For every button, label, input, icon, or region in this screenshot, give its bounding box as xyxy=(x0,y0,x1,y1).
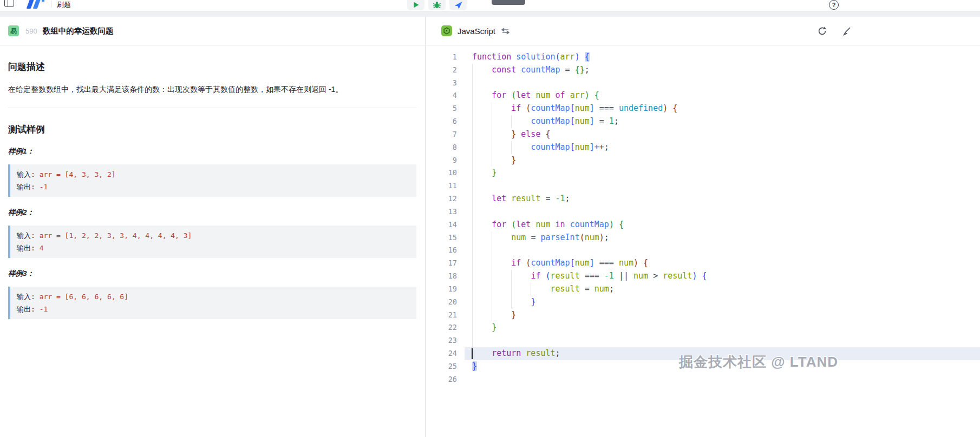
app-logo[interactable] xyxy=(26,0,44,9)
line-content: } xyxy=(465,321,980,334)
line-content: if (result === -1 || num > result) { xyxy=(465,270,980,283)
problem-description: 在给定整数数组中，找出最大满足该条件的数：出现次数等于其数值的整数，如果不存在则… xyxy=(8,83,416,96)
sample-block-1: 输入: arr = [4, 3, 3, 2]输出: -1 xyxy=(8,164,416,197)
code-line-3[interactable]: 3 xyxy=(426,77,980,90)
toolbar: 刷题 xyxy=(0,0,980,12)
line-number: 15 xyxy=(426,231,465,244)
code-line-5[interactable]: 5 if (countMap[num] === undefined) { xyxy=(426,102,980,115)
line-content: } xyxy=(465,154,980,167)
sample-row: 输出: -1 xyxy=(17,181,410,193)
code-line-2[interactable]: 2 const countMap = {}; xyxy=(426,64,980,77)
line-number: 1 xyxy=(426,51,465,64)
line-content: const countMap = {}; xyxy=(465,64,980,77)
code-line-15[interactable]: 15 num = parseInt(num); xyxy=(426,231,980,244)
line-number: 26 xyxy=(426,373,465,386)
line-number: 22 xyxy=(426,321,465,334)
line-content: for (let num in countMap) { xyxy=(465,219,980,231)
code-line-23[interactable]: 23 xyxy=(426,334,980,347)
line-content xyxy=(465,180,980,193)
toolbar-divider xyxy=(51,1,51,8)
code-line-8[interactable]: 8 countMap[num]++; xyxy=(426,141,980,154)
submit-button[interactable] xyxy=(449,0,467,10)
sample-block-2: 输入: arr = [1, 2, 2, 3, 3, 4, 4, 4, 4, 3]… xyxy=(8,226,416,258)
code-line-22[interactable]: 22 } xyxy=(426,321,980,334)
code-line-12[interactable]: 12 let result = -1; xyxy=(426,193,980,206)
line-number: 17 xyxy=(426,257,465,270)
app-title: 刷题 xyxy=(57,0,71,9)
play-icon xyxy=(411,1,420,9)
problem-id: 590 xyxy=(25,27,37,35)
line-number: 23 xyxy=(426,334,465,347)
code-line-6[interactable]: 6 countMap[num] = 1; xyxy=(426,115,980,128)
line-content: } xyxy=(465,296,980,309)
code-line-26[interactable]: 26 xyxy=(426,373,980,386)
tooltip-fragment xyxy=(492,0,525,5)
problem-header: 易 590 数组中的幸运数问题 xyxy=(0,17,425,45)
line-content xyxy=(465,77,980,90)
debug-button[interactable] xyxy=(428,0,446,10)
line-content xyxy=(465,334,980,347)
javascript-icon xyxy=(441,25,452,36)
code-editor[interactable]: 1function solution(arr) {2 const countMa… xyxy=(426,45,980,437)
reset-code-icon[interactable] xyxy=(817,26,827,38)
line-number: 10 xyxy=(426,167,465,180)
code-line-4[interactable]: 4 for (let num of arr) { xyxy=(426,89,980,102)
app-window: 刷题 xyxy=(0,0,980,437)
code-line-11[interactable]: 11 xyxy=(426,180,980,193)
code-line-7[interactable]: 7 } else { xyxy=(426,128,980,141)
line-content: countMap[num] = 1; xyxy=(465,115,980,128)
code-line-20[interactable]: 20 } xyxy=(426,296,980,309)
samples-heading: 测试样例 xyxy=(8,123,416,136)
code-line-9[interactable]: 9 } xyxy=(426,154,980,167)
send-icon xyxy=(454,1,463,10)
language-switcher[interactable]: JavaScript xyxy=(441,25,509,36)
help-icon[interactable]: ? xyxy=(829,0,839,10)
sample-row: 输入: arr = [1, 2, 2, 3, 3, 4, 4, 4, 4, 3] xyxy=(17,229,410,242)
code-line-18[interactable]: 18 if (result === -1 || num > result) { xyxy=(426,270,980,283)
sample-label-3: 样例3： xyxy=(8,269,416,279)
line-content: result = num; xyxy=(465,283,980,296)
code-line-19[interactable]: 19 result = num; xyxy=(426,283,980,296)
line-content: if (countMap[num] === num) { xyxy=(465,257,980,270)
line-content: } else { xyxy=(465,128,980,141)
line-content xyxy=(465,206,980,219)
line-number: 11 xyxy=(426,180,465,193)
line-content: countMap[num]++; xyxy=(465,141,980,154)
problem-panel: 易 590 数组中的幸运数问题 问题描述 在给定整数数组中，找出最大满足该条件的… xyxy=(0,17,426,437)
line-number: 2 xyxy=(426,64,465,77)
problem-title: 数组中的幸运数问题 xyxy=(43,26,114,36)
code-line-1[interactable]: 1function solution(arr) { xyxy=(426,51,980,64)
line-content xyxy=(465,244,980,257)
line-number: 4 xyxy=(426,89,465,102)
format-icon-partial[interactable] xyxy=(842,26,852,38)
sidebar-toggle-icon[interactable] xyxy=(4,0,14,7)
line-number: 9 xyxy=(426,154,465,167)
code-line-13[interactable]: 13 xyxy=(426,206,980,219)
line-content: if (countMap[num] === undefined) { xyxy=(465,102,980,115)
line-content: function solution(arr) { xyxy=(465,51,980,64)
code-lines: 1function solution(arr) {2 const countMa… xyxy=(426,51,980,386)
line-content xyxy=(465,373,980,386)
line-number: 6 xyxy=(426,115,465,128)
line-number: 5 xyxy=(426,102,465,115)
editor-panel: JavaScript xyxy=(426,17,980,437)
sample-row: 输入: arr = [4, 3, 3, 2] xyxy=(17,168,410,181)
line-number: 18 xyxy=(426,270,465,283)
line-number: 8 xyxy=(426,141,465,154)
sample-row: 输出: 4 xyxy=(17,242,410,254)
code-line-21[interactable]: 21 } xyxy=(426,309,980,322)
description-heading: 问题描述 xyxy=(8,61,416,73)
line-number: 21 xyxy=(426,309,465,322)
line-number: 12 xyxy=(426,193,465,206)
sample-label-1: 样例1： xyxy=(8,147,416,156)
code-line-17[interactable]: 17 if (countMap[num] === num) { xyxy=(426,257,980,270)
code-line-10[interactable]: 10 } xyxy=(426,167,980,180)
line-number: 19 xyxy=(426,283,465,296)
line-number: 20 xyxy=(426,296,465,309)
run-button[interactable] xyxy=(407,0,424,10)
sample-label-2: 样例2： xyxy=(8,208,416,217)
code-line-14[interactable]: 14 for (let num in countMap) { xyxy=(426,219,980,231)
switch-language-icon xyxy=(501,28,509,35)
code-line-16[interactable]: 16 xyxy=(426,244,980,257)
line-number: 16 xyxy=(426,244,465,257)
